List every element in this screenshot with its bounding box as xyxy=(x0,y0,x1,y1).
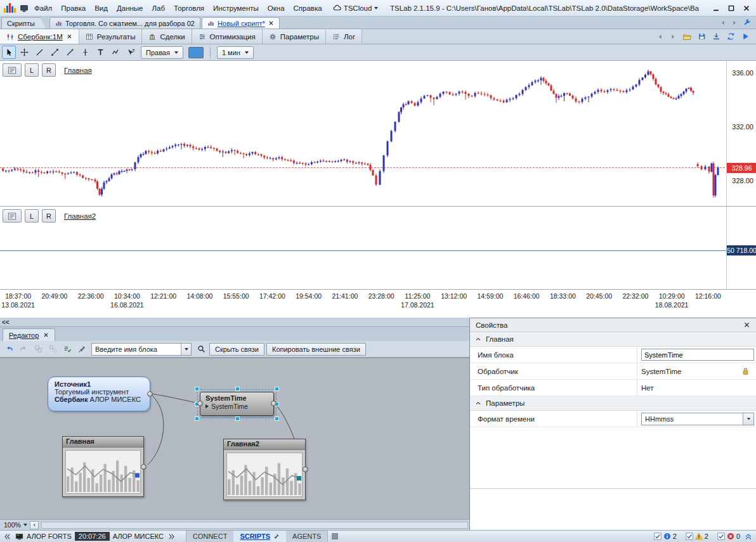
price-axis[interactable]: 336.00332.00328.00328.96 xyxy=(726,61,756,206)
selection-handle[interactable] xyxy=(235,387,240,391)
pane1-right-axis-button[interactable]: R xyxy=(42,63,56,77)
prop-value-select[interactable]: HHmmss xyxy=(641,413,754,425)
tab-scripts-group[interactable]: Скрипты xyxy=(1,17,46,29)
close-editor-tab-icon[interactable] xyxy=(43,332,49,338)
ray-tool-button[interactable] xyxy=(63,46,77,59)
sync-button[interactable] xyxy=(726,32,736,41)
import-button[interactable] xyxy=(711,32,722,41)
ungroup-button[interactable] xyxy=(46,343,59,356)
pointer-mode-button[interactable] xyxy=(124,46,138,59)
pane1-left-axis-button[interactable]: L xyxy=(25,63,39,77)
nav-right-button[interactable] xyxy=(730,20,739,26)
workspace-tab-0[interactable]: Торговля. Со сжатием... для разбора 02 xyxy=(49,17,200,29)
pane2-menu-button[interactable] xyxy=(3,209,22,223)
color-swatch-button[interactable] xyxy=(188,47,204,58)
doc-nav-left-button[interactable] xyxy=(656,34,665,40)
price-pane[interactable]: L R Главная 336.00332.00328.00328.96 xyxy=(0,61,756,207)
editor-scrollbar[interactable] xyxy=(41,522,468,529)
open-folder-button[interactable] xyxy=(681,32,693,41)
pane1-label[interactable]: Главная xyxy=(64,67,92,74)
tab-editor[interactable]: Редактор xyxy=(3,328,55,341)
counter-error[interactable]: 0 xyxy=(717,532,740,540)
menu-item-2[interactable]: Вид xyxy=(90,3,112,14)
segment-tool-button[interactable] xyxy=(48,46,62,59)
move-tool-button[interactable] xyxy=(17,46,31,59)
selection-handle[interactable] xyxy=(235,416,240,421)
zoom-level[interactable]: 100% xyxy=(4,521,21,529)
checkbox-icon[interactable] xyxy=(686,532,693,540)
menu-item-8[interactable]: Справка xyxy=(289,3,327,14)
doc-tab-1[interactable]: Результаты xyxy=(79,29,143,44)
selection-handle[interactable] xyxy=(275,416,279,421)
selection-handle[interactable] xyxy=(275,387,279,391)
group-button[interactable] xyxy=(32,343,44,356)
menu-item-5[interactable]: Торговля xyxy=(169,3,209,14)
select-tool-button[interactable] xyxy=(2,46,16,59)
dock-tab-agents[interactable]: AGENTS xyxy=(286,531,327,542)
undo-button[interactable] xyxy=(3,343,15,356)
input-port[interactable] xyxy=(197,401,203,406)
workspace-tab-1[interactable]: Новый скрипт* xyxy=(202,17,280,29)
scroll-left-button[interactable] xyxy=(30,521,39,529)
prop-section-header-1[interactable]: Параметры xyxy=(470,396,756,411)
collapse-panel-button[interactable]: << xyxy=(0,318,469,327)
axis-side-dropdown[interactable]: Правая xyxy=(141,46,183,59)
prop-row[interactable]: ОбработчикSystemTime xyxy=(470,363,756,380)
output-port[interactable] xyxy=(147,391,153,397)
pane2-label[interactable]: Главная2 xyxy=(64,212,96,220)
prop-section-header-0[interactable]: Главная xyxy=(470,332,756,347)
dock-tab-scripts[interactable]: SCRIPTS xyxy=(233,531,286,542)
menu-item-7[interactable]: Окна xyxy=(263,3,289,14)
prop-row[interactable]: Тип обработчикаНет xyxy=(470,380,756,396)
close-properties-icon[interactable] xyxy=(743,321,750,328)
window-list-icon[interactable] xyxy=(331,532,339,540)
node-source[interactable]: Источник1 Торгуемый инструмент Сбербанк … xyxy=(48,377,150,411)
checkbox-icon[interactable] xyxy=(654,532,662,540)
redo-button[interactable] xyxy=(17,343,30,356)
node-canvas[interactable]: Источник1 Торгуемый инструмент Сбербанк … xyxy=(0,358,469,519)
close-window-button[interactable] xyxy=(740,3,753,14)
equity-axis[interactable]: 50 718.00 xyxy=(726,207,756,289)
node-pane1-preview[interactable]: Главная xyxy=(62,436,144,497)
doc-tab-0[interactable]: Сбербанк:1М xyxy=(0,29,79,44)
menu-item-0[interactable]: Файл xyxy=(30,3,56,14)
text-tool-button[interactable] xyxy=(93,46,107,59)
vline-tool-button[interactable] xyxy=(78,46,92,59)
polyline-tool-button[interactable] xyxy=(108,46,122,59)
close-doc-tab-icon[interactable] xyxy=(67,34,72,39)
menu-item-4[interactable]: Лаб xyxy=(148,3,170,14)
doc-tab-2[interactable]: Сделки xyxy=(142,29,192,44)
zoom-caret-icon[interactable] xyxy=(23,524,27,526)
hide-links-button[interactable]: Скрыть связи xyxy=(209,343,264,356)
tools-button[interactable] xyxy=(741,18,752,27)
selection-handle[interactable] xyxy=(195,416,199,421)
menu-item-3[interactable]: Данные xyxy=(112,3,148,14)
menu-tscloud[interactable]: TSCloud xyxy=(328,3,384,13)
menu-item-6[interactable]: Инструменты xyxy=(209,3,263,14)
run-button[interactable] xyxy=(740,32,751,41)
validate-button[interactable] xyxy=(61,343,74,356)
node-systemtime[interactable]: SystemTime SystemTime xyxy=(200,392,274,416)
pane-menu-button[interactable] xyxy=(3,63,22,77)
counter-warning[interactable]: 2 xyxy=(686,532,708,540)
copy-external-links-button[interactable]: Копировать внешние связи xyxy=(266,343,366,356)
doc-tab-3[interactable]: Оптимизация xyxy=(192,29,263,44)
save-button[interactable] xyxy=(696,32,707,41)
close-tab-icon[interactable] xyxy=(268,20,274,26)
doc-tab-4[interactable]: Параметры xyxy=(263,29,326,44)
counter-info[interactable]: 2 xyxy=(654,532,677,540)
expand-right-button[interactable] xyxy=(167,533,176,540)
dock-tab-connect[interactable]: CONNECT xyxy=(186,531,233,542)
menu-item-1[interactable]: Правка xyxy=(56,3,90,14)
prop-row[interactable]: Формат времениHHmmss xyxy=(470,411,756,427)
candlestick-chart[interactable] xyxy=(0,61,726,206)
doc-tab-5[interactable]: Лог xyxy=(326,29,362,44)
checkbox-icon[interactable] xyxy=(717,532,725,540)
minimize-button[interactable] xyxy=(709,3,723,14)
pane-port[interactable] xyxy=(141,464,147,470)
pane2-right-axis-button[interactable]: R xyxy=(42,209,56,223)
prop-row[interactable]: Имя блока xyxy=(470,347,756,363)
search-block-button[interactable] xyxy=(195,343,207,356)
doc-nav-right-button[interactable] xyxy=(668,34,677,40)
line-tool-button[interactable] xyxy=(32,46,46,59)
